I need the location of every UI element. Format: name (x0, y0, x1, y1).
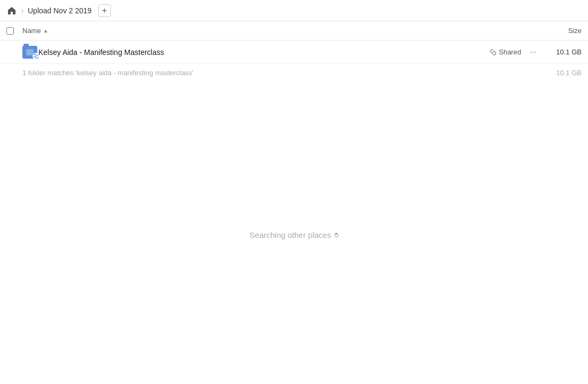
table-header: Name ▲ Size (0, 21, 588, 41)
file-size: 10.1 GB (539, 48, 582, 56)
shared-badge: Shared (489, 48, 521, 56)
breadcrumb-separator: › (21, 7, 23, 14)
size-column-header: Size (539, 27, 582, 35)
svg-line-1 (35, 55, 37, 57)
sort-arrow-icon: ▲ (43, 28, 49, 34)
shared-label: Shared (499, 48, 521, 56)
more-options-icon[interactable]: ··· (528, 46, 539, 58)
file-icon-col (22, 46, 38, 59)
add-button[interactable]: + (98, 4, 111, 17)
file-name: Kelsey Aida - Manifesting Masterclass (38, 48, 489, 57)
breadcrumb-title: Upload Nov 2 2019 (28, 6, 92, 15)
home-icon[interactable] (6, 5, 17, 16)
select-all-checkbox-col[interactable] (6, 27, 22, 35)
link-overlay-icon (33, 53, 39, 60)
searching-area: Searching other places (0, 230, 588, 239)
summary-size: 10.1 GB (539, 69, 582, 77)
table-row[interactable]: Kelsey Aida - Manifesting Masterclass Sh… (0, 41, 588, 64)
name-column-label: Name (22, 27, 41, 35)
header-bar: › Upload Nov 2 2019 + (0, 0, 588, 21)
link-icon (489, 49, 497, 56)
summary-row: 1 folder matches 'kelsey aida - manifest… (0, 64, 588, 81)
file-actions: Shared ··· (489, 46, 539, 58)
name-column-header[interactable]: Name ▲ (22, 27, 539, 35)
svg-line-2 (492, 51, 494, 53)
searching-text: Searching other places (249, 230, 331, 239)
summary-text: 1 folder matches 'kelsey aida - manifest… (22, 69, 539, 77)
loading-spinner (334, 233, 339, 237)
select-all-checkbox[interactable] (6, 27, 14, 35)
